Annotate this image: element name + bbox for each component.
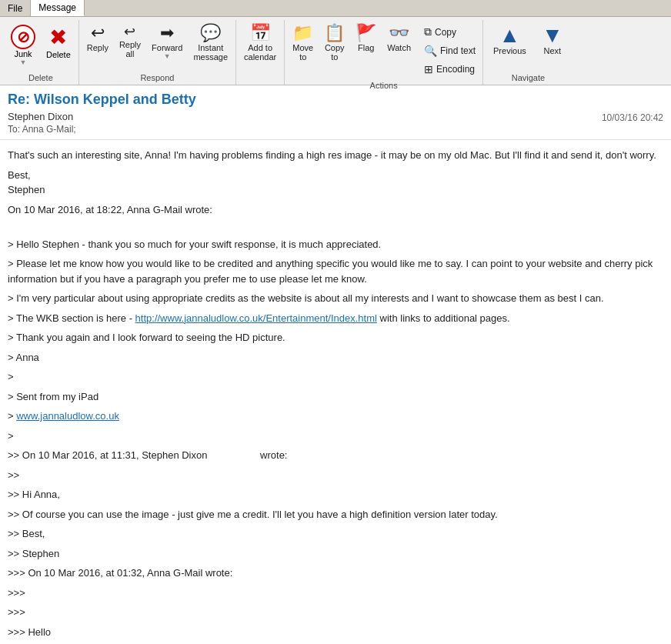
previous-icon: ▲: [499, 25, 521, 46]
copy-small-button[interactable]: ⧉ Copy: [420, 23, 479, 41]
delete-group-label: Delete: [6, 72, 75, 85]
tab-file[interactable]: File: [0, 0, 31, 16]
watch-icon: 👓: [389, 25, 409, 42]
add-to-calendar-button[interactable]: 📅 Add tocalendar: [239, 22, 281, 65]
mail-body: That's such an interesting site, Anna! I…: [0, 140, 671, 636]
previous-button[interactable]: ▲ Previous: [486, 22, 533, 58]
next-button[interactable]: ▼ Next: [535, 22, 570, 58]
instant-message-button[interactable]: 💬 Instantmessage: [189, 22, 232, 65]
reply-button[interactable]: ↩ Reply: [82, 22, 113, 55]
calendar-icon: 📅: [250, 25, 271, 42]
reply-all-button[interactable]: ↩ Replyall: [115, 22, 145, 62]
copy-small-icon: ⧉: [424, 25, 432, 38]
flag-button[interactable]: 🚩 Flag: [351, 22, 381, 55]
move-icon: 📁: [292, 25, 313, 42]
forward-icon: ➡: [160, 25, 174, 42]
copy-to-icon: 📋: [324, 25, 345, 42]
reply-all-icon: ↩: [124, 25, 135, 38]
mail-title: Re: Wilson Keppel and Betty: [8, 92, 663, 108]
janna-link[interactable]: www.jannaludlow.co.uk: [16, 410, 119, 422]
watch-button[interactable]: 👓 Watch: [382, 22, 416, 55]
instant-message-icon: 💬: [200, 25, 221, 42]
encoding-icon: ⊞: [424, 63, 433, 75]
mail-from: Stephen Dixon: [8, 111, 73, 122]
tab-message[interactable]: Message: [31, 0, 85, 16]
navigate-group-label: Navigate: [486, 72, 570, 85]
encoding-button[interactable]: ⊞ Encoding: [420, 61, 479, 78]
move-to-button[interactable]: 📁 Moveto: [288, 22, 318, 65]
find-text-icon: 🔍: [424, 45, 437, 57]
flag-icon: 🚩: [356, 25, 376, 42]
delete-icon: ✖: [49, 25, 67, 50]
copy-to-button[interactable]: 📋 Copyto: [319, 22, 349, 65]
junk-button[interactable]: ⊘ Junk ▼: [6, 22, 40, 69]
actions-group-label: Actions: [288, 79, 479, 92]
forward-button[interactable]: ➡ Forward ▼: [147, 22, 187, 63]
mail-to: To: Anna G-Mail;: [8, 124, 663, 135]
mail-date: 10/03/16 20:42: [602, 112, 663, 123]
wkb-link[interactable]: http://www.jannaludlow.co.uk/Entertainme…: [135, 312, 377, 324]
next-icon: ▼: [542, 25, 563, 46]
delete-button[interactable]: ✖ Delete: [42, 22, 75, 62]
find-text-button[interactable]: 🔍 Find text: [420, 42, 479, 59]
respond-group-label: Respond: [82, 72, 232, 85]
reply-icon: ↩: [91, 25, 105, 42]
